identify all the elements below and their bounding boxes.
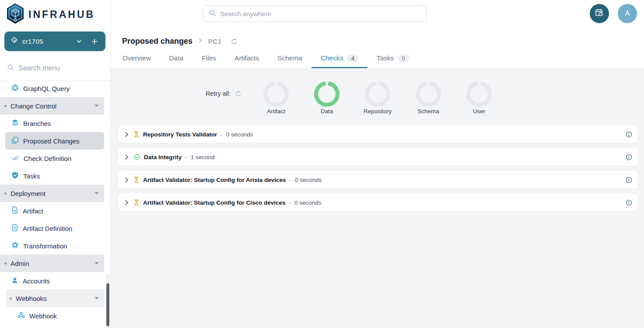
sidebar-search[interactable] bbox=[7, 61, 103, 75]
tab-files[interactable]: Files bbox=[192, 49, 225, 68]
tab-checks[interactable]: Checks 4 bbox=[312, 49, 368, 68]
sidebar-item-transformation[interactable]: Transformation bbox=[0, 237, 104, 255]
sidebar-item-branches[interactable]: Branches bbox=[0, 115, 104, 132]
section-collapse-icon[interactable] bbox=[94, 105, 99, 107]
info-icon[interactable] bbox=[626, 177, 632, 183]
info-icon[interactable] bbox=[626, 154, 632, 161]
sidebar-item-artifact[interactable]: Artifact bbox=[0, 202, 104, 220]
double-check-icon bbox=[11, 154, 19, 163]
breadcrumb: Proposed changes PC1 bbox=[122, 37, 238, 46]
sidebar-item-webhook[interactable]: Webhook bbox=[0, 307, 104, 325]
retry-all-refresh-icon[interactable] bbox=[235, 91, 242, 97]
sidebar-search-input[interactable] bbox=[18, 64, 93, 72]
retry-all-label: Retry all: bbox=[206, 90, 231, 97]
info-icon[interactable] bbox=[626, 199, 632, 206]
validator-ring-user[interactable]: User bbox=[454, 81, 504, 115]
sidebar-item-check-definition[interactable]: Check Definition bbox=[0, 150, 104, 167]
user-avatar[interactable]: A bbox=[618, 4, 637, 23]
progress-ring-icon bbox=[314, 81, 340, 107]
section-collapse-icon[interactable] bbox=[94, 192, 99, 195]
progress-ring-icon bbox=[365, 81, 390, 107]
sidebar-item-tasks[interactable]: Tasks bbox=[0, 167, 104, 185]
sidebar-item-proposed-changes[interactable]: Proposed Changes bbox=[5, 132, 104, 150]
expand-chevron-icon[interactable] bbox=[124, 200, 130, 206]
sidebar-section-label: Admin bbox=[10, 260, 29, 267]
sidebar-section-change-control[interactable]: Change Control bbox=[0, 97, 104, 115]
tab-tasks[interactable]: Tasks 0 bbox=[368, 49, 418, 68]
info-icon[interactable] bbox=[626, 131, 632, 138]
tab-count-badge: 4 bbox=[347, 54, 358, 63]
gear-icon bbox=[11, 241, 19, 250]
check-circle-passed-icon bbox=[134, 154, 140, 160]
expand-chevron-icon[interactable] bbox=[124, 154, 130, 160]
section-bullet-icon bbox=[4, 262, 7, 265]
section-collapse-icon[interactable] bbox=[94, 262, 99, 265]
expand-chevron-icon[interactable] bbox=[124, 132, 130, 137]
time-travel-button[interactable] bbox=[590, 4, 609, 23]
validator-ring-schema[interactable]: Schema bbox=[403, 81, 454, 115]
branch-name: cr1705 bbox=[22, 38, 43, 45]
sidebar-scrollbar-thumb[interactable] bbox=[106, 283, 109, 326]
ring-label: Data bbox=[321, 108, 333, 115]
validator-title: Repository Tests Validator bbox=[143, 131, 217, 138]
validator-row[interactable]: Artifact Validator: Startup Config for A… bbox=[118, 171, 638, 188]
validator-ring-data[interactable]: Data bbox=[301, 81, 352, 115]
validator-ring-artifact[interactable]: Artifact bbox=[251, 81, 301, 115]
tab-data[interactable]: Data bbox=[160, 49, 193, 68]
refresh-icon[interactable] bbox=[231, 38, 238, 45]
tab-bar: Overview Data Files Artifacts Schema Che… bbox=[122, 49, 418, 68]
file-lines-icon bbox=[11, 224, 18, 233]
tab-overview[interactable]: Overview bbox=[122, 49, 160, 68]
retry-all: Retry all: bbox=[206, 90, 242, 97]
validator-row[interactable]: Artifact Validator: Startup Config for C… bbox=[118, 194, 638, 211]
validator-row[interactable]: Repository Tests Validator - 0 seconds bbox=[118, 126, 638, 143]
add-branch-icon[interactable] bbox=[91, 38, 98, 45]
expand-chevron-icon[interactable] bbox=[124, 177, 130, 183]
sidebar-section-deployment[interactable]: Deployment bbox=[0, 185, 104, 202]
sidebar-section-admin[interactable]: Admin bbox=[0, 255, 104, 272]
tab-label: Artifacts bbox=[234, 54, 259, 62]
branches-layers-icon bbox=[11, 119, 19, 128]
hourglass-queued-icon bbox=[134, 131, 139, 137]
proposed-changes-copy-icon bbox=[11, 136, 19, 145]
separator: - bbox=[220, 131, 223, 138]
progress-ring-icon bbox=[466, 81, 492, 107]
tab-label: Overview bbox=[122, 54, 151, 62]
sidebar-item-label: Proposed Changes bbox=[23, 137, 79, 145]
sidebar-item-label: Check Definition bbox=[24, 155, 71, 162]
tab-label: Files bbox=[202, 54, 216, 62]
graphql-icon bbox=[11, 84, 19, 93]
section-bullet-icon bbox=[4, 105, 7, 107]
sidebar-subsection-label: Webhooks bbox=[16, 295, 47, 302]
sidebar-subsection-webhooks[interactable]: Webhooks bbox=[6, 290, 104, 307]
tab-label: Checks bbox=[321, 54, 343, 62]
validator-row[interactable]: Data Integrity - 1 second bbox=[118, 148, 638, 166]
search-icon bbox=[7, 64, 14, 73]
app-logo[interactable]: INFRAHUB bbox=[6, 3, 95, 25]
section-bullet-icon bbox=[10, 297, 12, 300]
branch-chevron-down-icon[interactable] bbox=[76, 38, 82, 44]
validator-duration: 0 seconds bbox=[294, 199, 322, 206]
section-collapse-icon[interactable] bbox=[94, 297, 99, 300]
global-search-input[interactable] bbox=[220, 10, 421, 17]
global-search[interactable] bbox=[203, 5, 427, 22]
validator-duration: 0 seconds bbox=[295, 177, 322, 183]
sidebar-item-artifact-definition[interactable]: Artifact Definition bbox=[0, 220, 104, 237]
branch-selector[interactable]: cr1705 bbox=[4, 31, 105, 51]
sidebar-item-label: GraphQL Query bbox=[23, 85, 70, 92]
sidebar-item-accounts[interactable]: Accounts bbox=[0, 272, 104, 290]
validator-duration: 0 seconds bbox=[226, 131, 253, 138]
top-header: A Proposed changes PC1 Overview bbox=[111, 0, 644, 68]
person-icon bbox=[11, 277, 18, 285]
validator-ring-repository[interactable]: Repository bbox=[352, 81, 403, 115]
sidebar-item-label: Tasks bbox=[23, 172, 40, 180]
sidebar-item-graphql-query[interactable]: GraphQL Query bbox=[0, 80, 104, 97]
checks-panel: Retry all: Artifact Data bbox=[111, 68, 644, 328]
separator: - bbox=[185, 154, 187, 161]
sidebar-item-label: Accounts bbox=[23, 277, 50, 285]
app-logo-text: INFRAHUB bbox=[28, 9, 95, 21]
breadcrumb-item[interactable]: PC1 bbox=[208, 38, 222, 45]
tab-schema[interactable]: Schema bbox=[268, 49, 312, 68]
hourglass-queued-icon bbox=[134, 177, 139, 183]
tab-artifacts[interactable]: Artifacts bbox=[225, 49, 268, 68]
